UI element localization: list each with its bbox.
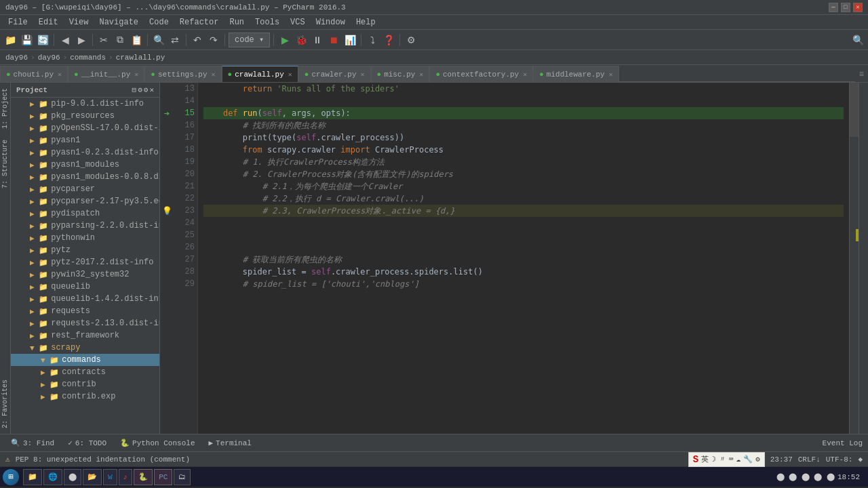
menu-navigate[interactable]: Navigate: [94, 16, 144, 28]
forward-btn[interactable]: ▶: [74, 33, 89, 47]
stop-btn[interactable]: ⏹: [326, 33, 341, 47]
menu-help[interactable]: Help: [351, 16, 381, 28]
coverage-btn[interactable]: 📊: [342, 33, 357, 47]
tree-item-queuelib-dist[interactable]: ▶ 📁 queuelib-1.4.2.dist-info: [11, 293, 159, 305]
undo-btn[interactable]: ↶: [190, 33, 205, 47]
menu-code[interactable]: Code: [144, 16, 174, 28]
python-console-tab[interactable]: 🐍 Python Console: [115, 437, 200, 449]
sidebar-settings-btn[interactable]: ⚙: [138, 85, 142, 94]
taskbar-files[interactable]: 🗂: [174, 469, 191, 485]
tab-crawler-close[interactable]: ✕: [360, 70, 364, 79]
tab-crawlall-close[interactable]: ✕: [288, 70, 292, 79]
tree-item-contracts[interactable]: ▶ 📁 contracts: [11, 366, 159, 378]
save-btn[interactable]: 💾: [19, 33, 34, 47]
cut-btn[interactable]: ✂: [96, 33, 111, 47]
debug-btn[interactable]: 🐞: [294, 33, 309, 47]
tree-item-pytz[interactable]: ▶ 📁 pytz: [11, 244, 159, 256]
paste-btn[interactable]: 📋: [129, 33, 144, 47]
tree-item-requests-dist[interactable]: ▶ 📁 requests-2.13.0.dist-info: [11, 317, 159, 329]
tab-middleware[interactable]: ● middleware.py ✕: [533, 66, 618, 82]
tab-crawler[interactable]: ● crawler.py ✕: [298, 66, 371, 82]
tabs-menu-btn[interactable]: ≡: [855, 67, 868, 82]
tree-item-commands[interactable]: ▼ 📁 commands: [11, 354, 159, 366]
tab-settings-close[interactable]: ✕: [212, 70, 216, 79]
tab-misc[interactable]: ● misc.py ✕: [371, 66, 430, 82]
tree-item-pycparser[interactable]: ▶ 📁 pycparser: [11, 183, 159, 195]
tree-item-pyasn1-modules-dist[interactable]: ▶ 📁 pyasn1_modules-0.0.8.dist-info: [11, 171, 159, 183]
tree-item-pip[interactable]: ▶ 📁 pip-9.0.1.dist-info: [11, 98, 159, 110]
menu-vcs[interactable]: VCS: [285, 16, 311, 28]
find-tab[interactable]: 🔍 3: Find: [5, 437, 60, 449]
tab-misc-close[interactable]: ✕: [419, 70, 423, 79]
minimize-button[interactable]: ─: [829, 3, 838, 12]
tab-settings[interactable]: ● settings.py ✕: [144, 66, 221, 82]
copy-btn[interactable]: ⧉: [113, 33, 127, 47]
sync-btn[interactable]: 🔄: [35, 33, 50, 47]
tab-contextfactory-close[interactable]: ✕: [523, 70, 527, 79]
tree-item-scrapy[interactable]: ▼ 📁 scrapy: [11, 342, 159, 354]
tree-item-pycparser-egg[interactable]: ▶ 📁 pycparser-2.17-py3.5.egg-info: [11, 195, 159, 207]
tab-chouti-close[interactable]: ✕: [58, 70, 62, 79]
tree-item-pyasn1-dist[interactable]: ▶ 📁 pyasn1-0.2.3.dist-info: [11, 146, 159, 159]
tree-item-queuelib[interactable]: ▶ 📁 queuelib: [11, 281, 159, 293]
settings-btn[interactable]: ⚙: [403, 33, 418, 47]
back-btn[interactable]: ◀: [58, 33, 73, 47]
tab-init[interactable]: ● __init__.py ✕: [68, 66, 144, 82]
redo-btn[interactable]: ↷: [206, 33, 221, 47]
tree-item-pythonwin[interactable]: ▶ 📁 pythonwin: [11, 232, 159, 244]
taskbar-browser[interactable]: 🌐: [43, 469, 62, 485]
tree-item-pkg[interactable]: ▶ 📁 pkg_resources: [11, 110, 159, 122]
ime-lang[interactable]: 英: [701, 454, 709, 464]
tree-item-pydispatch[interactable]: ▶ 📁 pydispatch: [11, 207, 159, 220]
tree-item-rest-framework[interactable]: ▶ 📁 rest_framework: [11, 329, 159, 342]
start-button[interactable]: ⊞: [3, 469, 19, 485]
step-over-btn[interactable]: ⤵: [365, 33, 380, 47]
breadcrumb-commands[interactable]: commands: [70, 54, 106, 62]
favorites-panel-tab[interactable]: 2: Favorites: [0, 374, 10, 434]
structure-panel-tab[interactable]: 7: Structure: [0, 134, 10, 194]
menu-window[interactable]: Window: [311, 16, 351, 28]
code-dropdown-btn[interactable]: code ▾: [229, 33, 270, 47]
maximize-button[interactable]: □: [841, 3, 850, 12]
search-btn[interactable]: 🔍: [151, 33, 166, 47]
menu-refactor[interactable]: Refactor: [174, 16, 224, 28]
run-btn[interactable]: ▶: [277, 33, 292, 47]
taskbar-explorer[interactable]: 📁: [23, 469, 42, 485]
sidebar-close-btn[interactable]: ✕: [149, 85, 154, 94]
taskbar-folder[interactable]: 📂: [83, 469, 102, 485]
tree-item-pyparsing[interactable]: ▶ 📁 pyparsing-2.2.0.dist-info: [11, 220, 159, 232]
tree-item-pyasn1-modules[interactable]: ▶ 📁 pyasn1_modules: [11, 159, 159, 171]
todo-tab[interactable]: ✓ 6: TODO: [62, 437, 112, 449]
breadcrumb-day96[interactable]: day96: [38, 54, 60, 62]
breadcrumb-day96-root[interactable]: day96: [5, 54, 28, 62]
minimap-thumb[interactable]: [850, 83, 859, 137]
tab-chouti[interactable]: ● chouti.py ✕: [0, 66, 68, 82]
breadcrumb-crawlall[interactable]: crawlall.py: [116, 54, 165, 62]
terminal-tab[interactable]: ▶ Terminal: [203, 437, 256, 449]
tree-item-pyopenssl[interactable]: ▶ 📁 pyOpenSSL-17.0.0.dist-info: [11, 122, 159, 134]
pause-btn[interactable]: ⏸: [310, 33, 325, 47]
close-button[interactable]: ✕: [853, 3, 863, 12]
tree-item-pytz-dist[interactable]: ▶ 📁 pytz-2017.2.dist-info: [11, 256, 159, 268]
taskbar-chrome[interactable]: ⬤: [64, 469, 81, 485]
event-log-btn[interactable]: Event Log: [823, 439, 863, 447]
tree-item-requests[interactable]: ▶ 📁 requests: [11, 305, 159, 317]
tree-item-contrib[interactable]: ▶ 📁 contrib: [11, 378, 159, 390]
replace-btn[interactable]: ⇄: [167, 33, 182, 47]
tree-item-pyasn1[interactable]: ▶ 📁 pyasn1: [11, 134, 159, 146]
tab-middleware-close[interactable]: ✕: [609, 70, 613, 79]
help-btn[interactable]: ❓: [381, 33, 396, 47]
menu-edit[interactable]: Edit: [33, 16, 64, 28]
sidebar-collapse-btn[interactable]: ⊟: [132, 85, 137, 94]
menu-tools[interactable]: Tools: [250, 16, 285, 28]
code-content[interactable]: return 'Runs all of the spiders' def run…: [198, 83, 849, 434]
project-panel-tab[interactable]: 1: Project: [0, 83, 10, 134]
taskbar-python[interactable]: 🐍: [134, 469, 153, 485]
taskbar-music[interactable]: ♪: [119, 469, 133, 485]
open-folder-btn[interactable]: 📁: [3, 33, 18, 47]
tab-init-close[interactable]: ✕: [134, 70, 138, 79]
global-search-btn[interactable]: 🔍: [850, 33, 865, 47]
sidebar-gear-btn[interactable]: ⚙: [144, 85, 149, 94]
taskbar-pycharm[interactable]: PC: [154, 469, 172, 485]
code-editor[interactable]: ➔ 💡 13: [160, 83, 859, 434]
